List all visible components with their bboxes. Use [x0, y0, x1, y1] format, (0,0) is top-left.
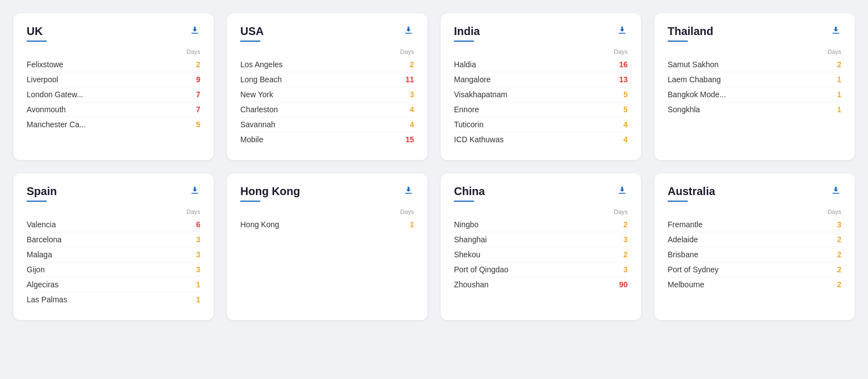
download-icon-china[interactable] [617, 184, 628, 198]
port-row-thailand-2: Bangkok Mode...1 [668, 87, 841, 102]
port-days-china-1: 3 [605, 235, 628, 244]
port-name-china-0: Ningbo [454, 220, 478, 229]
port-row-india-1: Mangalore13 [454, 72, 628, 87]
col-header-row-australia: Days [668, 208, 841, 215]
port-days-spain-4: 1 [178, 280, 200, 289]
port-row-spain-4: Algeciras1 [27, 277, 200, 292]
port-row-china-2: Shekou2 [454, 247, 628, 262]
port-row-uk-0: Felixstowe2 [27, 57, 200, 72]
col-header-row-usa: Days [240, 48, 414, 55]
col-header-usa: Days [392, 48, 414, 55]
title-underline-spain [27, 201, 47, 202]
card-title-spain: Spain [27, 185, 57, 198]
port-days-china-3: 3 [605, 265, 628, 274]
port-name-india-4: Tuticorin [454, 120, 483, 129]
port-days-uk-3: 7 [178, 105, 200, 114]
port-name-spain-4: Algeciras [27, 280, 59, 289]
card-header-hong-kong: Hong Kong [240, 184, 414, 198]
port-row-usa-1: Long Beach11 [240, 72, 414, 87]
card-header-thailand: Thailand [668, 24, 841, 38]
download-icon-usa[interactable] [403, 24, 414, 38]
port-days-spain-3: 3 [178, 265, 200, 274]
port-days-usa-1: 11 [392, 75, 414, 84]
title-underline-hong-kong [240, 201, 260, 202]
card-title-thailand: Thailand [668, 25, 713, 38]
port-days-china-2: 2 [605, 250, 628, 259]
port-name-australia-2: Brisbane [668, 250, 698, 259]
port-name-hong-kong-0: Hong Kong [240, 220, 279, 229]
title-underline-china [454, 201, 474, 202]
card-title-australia: Australia [668, 185, 715, 198]
col-header-spain: Days [178, 208, 200, 215]
port-name-india-5: ICD Kathuwas [454, 135, 503, 144]
port-name-india-3: Ennore [454, 105, 479, 114]
port-name-spain-3: Gijon [27, 265, 45, 274]
port-name-usa-2: New York [240, 90, 273, 99]
col-header-australia: Days [819, 208, 841, 215]
port-row-thailand-0: Samut Sakhon2 [668, 57, 841, 72]
port-days-uk-2: 7 [178, 90, 200, 99]
port-name-china-3: Port of Qingdao [454, 265, 508, 274]
card-header-india: India [454, 24, 628, 38]
card-header-uk: UK [27, 24, 200, 38]
card-usa: USA DaysLos Angeles2Long Beach11New York… [227, 13, 427, 160]
port-days-australia-4: 2 [819, 280, 841, 289]
port-name-uk-2: London Gatew... [27, 90, 83, 99]
col-header-row-china: Days [454, 208, 628, 215]
port-name-spain-1: Barcelona [27, 235, 62, 244]
card-india: India DaysHaldia16Mangalore13Visakhapatn… [441, 13, 641, 160]
port-days-uk-4: 5 [178, 120, 200, 129]
port-days-thailand-2: 1 [819, 90, 841, 99]
port-days-uk-1: 9 [178, 75, 200, 84]
port-days-china-4: 90 [605, 280, 628, 289]
title-underline-usa [240, 41, 260, 42]
port-days-uk-0: 2 [178, 60, 200, 69]
title-underline-thailand [668, 41, 688, 42]
port-row-australia-3: Port of Sydney2 [668, 262, 841, 277]
port-name-india-1: Mangalore [454, 75, 491, 84]
card-header-usa: USA [240, 24, 414, 38]
port-name-usa-5: Mobile [240, 135, 263, 144]
card-header-australia: Australia [668, 184, 841, 198]
port-row-spain-5: Las Palmas1 [27, 292, 200, 307]
port-days-australia-2: 2 [819, 250, 841, 259]
download-icon-australia[interactable] [830, 184, 841, 198]
port-row-usa-2: New York3 [240, 87, 414, 102]
card-header-spain: Spain [27, 184, 200, 198]
port-row-spain-2: Malaga3 [27, 247, 200, 262]
port-row-uk-2: London Gatew...7 [27, 87, 200, 102]
port-name-spain-2: Malaga [27, 250, 52, 259]
port-row-china-1: Shanghai3 [454, 232, 628, 247]
port-name-uk-1: Liverpool [27, 75, 58, 84]
port-days-thailand-1: 1 [819, 75, 841, 84]
download-icon-india[interactable] [617, 24, 628, 38]
port-row-thailand-1: Laem Chabang1 [668, 72, 841, 87]
port-name-uk-4: Manchester Ca... [27, 120, 86, 129]
port-days-india-1: 13 [605, 75, 628, 84]
port-name-spain-0: Valencia [27, 220, 56, 229]
port-name-china-2: Shekou [454, 250, 480, 259]
port-name-thailand-0: Samut Sakhon [668, 60, 719, 69]
port-row-india-2: Visakhapatnam5 [454, 87, 628, 102]
port-name-thailand-1: Laem Chabang [668, 75, 721, 84]
col-header-row-india: Days [454, 48, 628, 55]
download-icon-thailand[interactable] [830, 24, 841, 38]
download-icon-uk[interactable] [189, 24, 200, 38]
download-icon-hong-kong[interactable] [403, 184, 414, 198]
title-underline-australia [668, 201, 688, 202]
download-icon-spain[interactable] [189, 184, 200, 198]
port-row-australia-0: Fremantle3 [668, 217, 841, 232]
col-header-row-thailand: Days [668, 48, 841, 55]
card-thailand: Thailand DaysSamut Sakhon2Laem Chabang1B… [654, 13, 855, 160]
port-row-spain-1: Barcelona3 [27, 232, 200, 247]
port-days-thailand-0: 2 [819, 60, 841, 69]
card-title-india: India [454, 25, 480, 38]
port-name-australia-3: Port of Sydney [668, 265, 719, 274]
card-uk: UK DaysFelixstowe2Liverpool9London Gatew… [13, 13, 214, 160]
col-header-row-hong-kong: Days [240, 208, 414, 215]
card-china: China DaysNingbo2Shanghai3Shekou2Port of… [441, 173, 641, 320]
port-days-thailand-3: 1 [819, 105, 841, 114]
port-row-usa-4: Savannah4 [240, 117, 414, 132]
port-days-china-0: 2 [605, 220, 628, 229]
port-name-china-4: Zhoushan [454, 280, 488, 289]
